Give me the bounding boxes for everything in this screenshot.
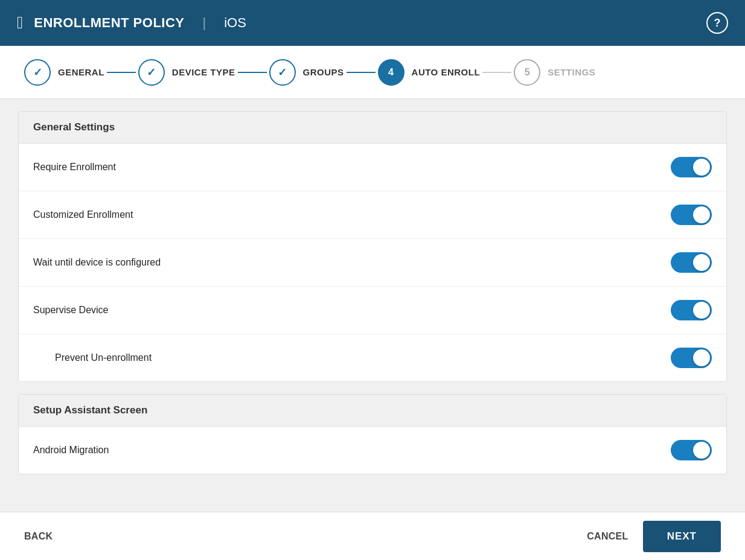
toggle-thumb-5 [693,349,710,366]
wait-configured-row: Wait until device is configured [19,239,726,287]
header-title: ENROLLMENT POLICY [34,15,184,31]
main-content: General Settings Require Enrollment Cust… [0,99,745,512]
require-enrollment-row: Require Enrollment [19,144,726,191]
connector-4 [482,72,511,73]
connector-2 [238,72,267,73]
help-icon[interactable]: ? [706,12,728,34]
supervise-device-toggle[interactable] [671,300,712,320]
toggle-thumb [693,159,710,176]
step-label-settings: SETTINGS [548,67,595,77]
require-enrollment-toggle[interactable] [671,157,712,177]
header:  ENROLLMENT POLICY | iOS ? [0,0,745,46]
wait-configured-label: Wait until device is configured [33,257,161,268]
step-number-auto-enroll: 4 [388,67,394,78]
cancel-button[interactable]: CANCEL [587,531,628,542]
checkmark-icon-2: ✓ [147,66,156,79]
back-button[interactable]: BACK [24,531,53,542]
require-enrollment-label: Require Enrollment [33,162,116,173]
supervise-device-label: Supervise Device [33,305,109,316]
step-label-groups: GROUPS [303,67,344,77]
supervise-device-row: Supervise Device [19,287,726,334]
general-settings-card: General Settings Require Enrollment Cust… [18,111,727,382]
step-circle-settings: 5 [514,59,540,86]
android-migration-row: Android Migration [19,427,726,474]
step-number-settings: 5 [525,67,530,78]
header-left:  ENROLLMENT POLICY | iOS [17,14,246,31]
prevent-unenrollment-row: Prevent Un-enrollment [19,334,726,381]
wait-configured-toggle[interactable] [671,252,712,273]
customized-enrollment-row: Customized Enrollment [19,191,726,239]
step-label-device-type: DEVICE TYPE [172,67,235,77]
customized-enrollment-label: Customized Enrollment [33,209,133,220]
step-general[interactable]: ✓ GENERAL [24,59,104,86]
general-settings-header: General Settings [19,112,726,144]
android-migration-toggle[interactable] [671,440,712,460]
connector-3 [347,72,376,73]
header-subtitle: iOS [224,15,246,31]
setup-assistant-card: Setup Assistant Screen Android Migration [18,394,727,474]
toggle-track-3 [671,252,712,273]
prevent-unenrollment-label: Prevent Un-enrollment [33,352,152,363]
toggle-thumb-4 [693,302,710,319]
toggle-track [671,157,712,177]
toggle-track-2 [671,205,712,225]
checkmark-icon: ✓ [33,66,42,79]
toggle-thumb-2 [693,206,710,223]
customized-enrollment-toggle[interactable] [671,205,712,225]
step-auto-enroll[interactable]: 4 AUTO ENROLL [378,59,481,86]
toggle-track-5 [671,348,712,368]
step-device-type[interactable]: ✓ DEVICE TYPE [138,59,235,86]
step-circle-auto-enroll: 4 [378,59,404,86]
toggle-thumb-3 [693,254,710,271]
setup-assistant-header: Setup Assistant Screen [19,395,726,427]
connector-1 [107,72,136,73]
android-migration-label: Android Migration [33,445,109,456]
step-groups[interactable]: ✓ GROUPS [269,59,344,86]
next-button[interactable]: NEXT [643,521,721,552]
toggle-track-6 [671,440,712,460]
prevent-unenrollment-toggle[interactable] [671,348,712,368]
step-circle-general: ✓ [24,59,51,86]
header-divider: | [203,15,206,31]
step-settings[interactable]: 5 SETTINGS [514,59,595,86]
step-label-general: GENERAL [58,67,104,77]
stepper: ✓ GENERAL ✓ DEVICE TYPE ✓ GROUPS 4 AUTO … [0,46,745,99]
step-circle-groups: ✓ [269,59,296,86]
toggle-track-4 [671,300,712,320]
toggle-thumb-6 [693,442,710,459]
footer-right: CANCEL NEXT [587,521,721,552]
apple-logo-icon:  [17,14,23,31]
checkmark-icon-3: ✓ [278,66,287,79]
footer: BACK CANCEL NEXT [0,512,745,560]
step-label-auto-enroll: AUTO ENROLL [412,67,481,77]
step-circle-device-type: ✓ [138,59,165,86]
